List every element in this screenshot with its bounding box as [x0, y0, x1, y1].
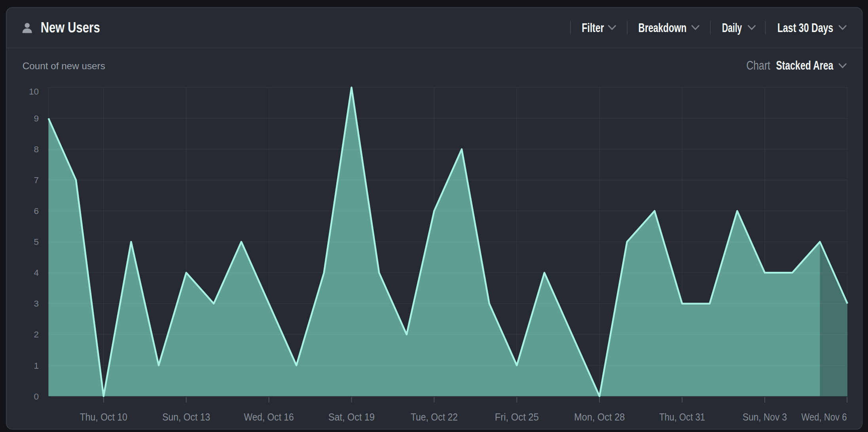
svg-text:Wed, Nov 6: Wed, Nov 6	[802, 411, 847, 423]
svg-text:8: 8	[34, 144, 39, 154]
svg-text:Last 30 Days: Last 30 Days	[777, 21, 833, 35]
svg-text:Count of new users: Count of new users	[23, 61, 105, 71]
svg-text:6: 6	[34, 206, 39, 216]
svg-text:Daily: Daily	[722, 21, 742, 35]
svg-text:Tue, Oct 22: Tue, Oct 22	[411, 411, 458, 423]
svg-text:7: 7	[34, 175, 39, 185]
svg-text:New Users: New Users	[41, 19, 100, 36]
svg-text:Chart: Chart	[747, 59, 771, 72]
svg-text:3: 3	[34, 299, 39, 309]
svg-text:Filter: Filter	[582, 21, 604, 35]
svg-text:Breakdown: Breakdown	[639, 21, 687, 35]
svg-text:9: 9	[34, 114, 39, 123]
svg-text:Thu, Oct 10: Thu, Oct 10	[80, 411, 127, 423]
svg-text:10: 10	[29, 87, 39, 97]
svg-text:4: 4	[34, 268, 39, 278]
svg-text:Thu, Oct 31: Thu, Oct 31	[659, 411, 705, 423]
svg-text:Wed, Oct 16: Wed, Oct 16	[244, 411, 294, 423]
svg-text:1: 1	[34, 361, 39, 371]
svg-text:Stacked Area: Stacked Area	[776, 59, 834, 72]
svg-text:Fri, Oct 25: Fri, Oct 25	[495, 411, 539, 423]
svg-text:0: 0	[34, 392, 39, 402]
svg-text:Mon, Oct 28: Mon, Oct 28	[574, 411, 625, 423]
svg-text:Sat, Oct 19: Sat, Oct 19	[328, 411, 375, 423]
svg-text:Sun, Oct 13: Sun, Oct 13	[162, 411, 210, 423]
svg-text:5: 5	[34, 237, 39, 247]
svg-text:Sun, Nov 3: Sun, Nov 3	[743, 411, 787, 423]
svg-text:2: 2	[34, 330, 39, 339]
